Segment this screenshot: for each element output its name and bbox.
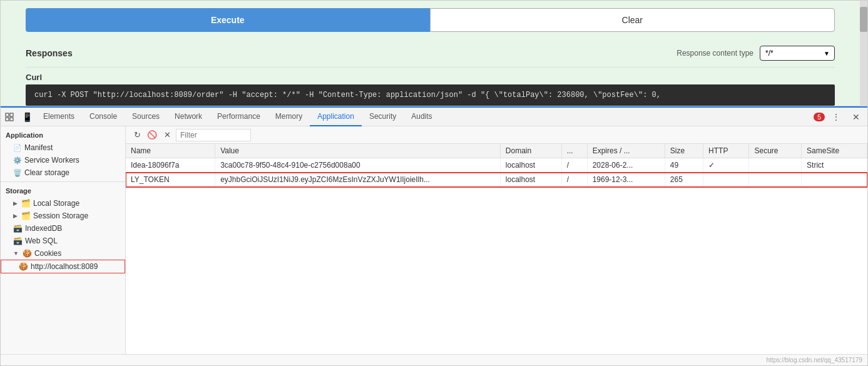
response-content-type-select[interactable]: */* <box>760 46 835 61</box>
col-name: Name <box>126 144 215 158</box>
curl-value: curl -X POST "http://localhost:8089/orde… <box>26 84 835 106</box>
clear-storage-icon: 🗑️ <box>13 169 22 177</box>
more-options-icon[interactable]: ⋮ <box>827 108 845 126</box>
sidebar-item-label: Clear storage <box>24 168 69 177</box>
col-value: Value <box>215 144 501 158</box>
col-samesite: SameSite <box>802 144 867 158</box>
cell-path: / <box>561 173 587 187</box>
sidebar-item-web-sql[interactable]: 🗃️ Web SQL <box>1 235 125 247</box>
tab-network[interactable]: Network <box>167 108 210 126</box>
tab-memory[interactable]: Memory <box>268 108 310 126</box>
sidebar-item-label: Local Storage <box>33 199 79 208</box>
table-row[interactable]: Idea-18096f7a 3ca00c78-9f50-48c4-910e-c2… <box>126 158 867 173</box>
expand-icon: ▶ <box>13 213 18 219</box>
sidebar-item-indexeddb[interactable]: 🗃️ IndexedDB <box>1 222 125 235</box>
sidebar-item-label: Session Storage <box>33 211 88 220</box>
cell-samesite: Strict <box>802 158 867 173</box>
execute-button[interactable]: Execute <box>26 8 430 32</box>
cell-http <box>703 173 749 187</box>
cell-path: / <box>561 158 587 173</box>
cell-secure <box>749 158 802 173</box>
cell-size: 265 <box>665 173 703 187</box>
sidebar-item-cookies[interactable]: ▼ 🍪 Cookies <box>1 247 125 260</box>
cell-expires: 1969-12-3... <box>587 173 665 187</box>
watermark-text: https://blog.csdn.net/qq_43517179 <box>767 357 862 363</box>
cookies-icon: 🍪 <box>23 249 32 258</box>
sidebar: Application 📄 Manifest ⚙️ Service Worker… <box>1 126 126 354</box>
cell-name: LY_TOKEN <box>126 173 215 187</box>
sidebar-item-cookies-localhost[interactable]: 🍪 http://localhost:8089 <box>1 260 125 273</box>
clear-cookies-button[interactable]: ✕ <box>161 129 173 141</box>
inspect-icon[interactable] <box>1 108 18 126</box>
service-workers-icon: ⚙️ <box>13 156 22 165</box>
tab-application[interactable]: Application <box>310 108 362 126</box>
expand-icon: ▼ <box>13 250 19 257</box>
col-secure: Secure <box>749 144 802 158</box>
responses-label: Responses <box>26 48 73 58</box>
device-toggle-icon[interactable]: 📱 <box>18 108 36 126</box>
cell-domain: localhost <box>500 173 561 187</box>
cell-domain: localhost <box>500 158 561 173</box>
expand-icon: ▶ <box>13 200 18 206</box>
sidebar-item-service-workers[interactable]: ⚙️ Service Workers <box>1 154 125 166</box>
col-expires: Expires / ... <box>587 144 665 158</box>
session-storage-icon: 🗂️ <box>21 211 31 220</box>
sidebar-item-label: Manifest <box>24 143 53 152</box>
web-sql-icon: 🗃️ <box>13 236 23 245</box>
col-size: Size <box>665 144 703 158</box>
cell-value: 3ca00c78-9f50-48c4-910e-c2756d008a00 <box>215 158 501 173</box>
table-row[interactable]: LY_TOKEN eyJhbGciOiJSUzI1NiJ9.eyJpZCI6Mz… <box>126 173 867 187</box>
sidebar-item-manifest[interactable]: 📄 Manifest <box>1 141 125 154</box>
local-storage-icon: 🗂️ <box>21 199 31 208</box>
sidebar-item-label: IndexedDB <box>25 224 62 233</box>
tabs-container: Elements Console Sources Network Perform… <box>36 108 440 126</box>
curl-label: Curl <box>26 73 835 82</box>
svg-rect-0 <box>6 113 9 116</box>
devtools-toolbar: 📱 Elements Console Sources Network Perfo… <box>1 108 867 126</box>
clear-api-button[interactable]: Clear <box>430 8 835 32</box>
cookie-table: Name Value Domain ... Expires / ... Size… <box>126 144 867 187</box>
svg-rect-3 <box>10 118 13 121</box>
cell-size: 49 <box>665 158 703 173</box>
cookies-url-icon: 🍪 <box>19 262 28 271</box>
sidebar-item-local-storage[interactable]: ▶ 🗂️ Local Storage <box>1 197 125 210</box>
tab-performance[interactable]: Performance <box>210 108 268 126</box>
sidebar-item-session-storage[interactable]: ▶ 🗂️ Session Storage <box>1 210 125 222</box>
col-http: HTTP <box>703 144 749 158</box>
error-badge: 5 <box>814 113 825 121</box>
sidebar-item-label: Web SQL <box>25 236 58 245</box>
response-content-type-label: Response content type <box>677 49 753 58</box>
sidebar-section-application: Application <box>1 129 125 141</box>
tab-security[interactable]: Security <box>362 108 404 126</box>
tab-elements[interactable]: Elements <box>36 108 82 126</box>
bottom-bar: https://blog.csdn.net/qq_43517179 <box>1 354 867 365</box>
sidebar-item-label: Cookies <box>34 249 61 258</box>
cookie-panel: ↻ 🚫 ✕ Name Value Domain ... Expires / ..… <box>126 126 867 354</box>
refresh-cookies-button[interactable]: ↻ <box>131 129 143 141</box>
cell-http: ✓ <box>703 158 749 173</box>
cell-name: Idea-18096f7a <box>126 158 215 173</box>
cookie-toolbar: ↻ 🚫 ✕ <box>126 126 867 144</box>
svg-rect-1 <box>6 118 9 121</box>
svg-rect-2 <box>10 113 13 116</box>
cell-expires: 2028-06-2... <box>587 158 665 173</box>
cookie-table-container: Name Value Domain ... Expires / ... Size… <box>126 144 867 354</box>
manifest-icon: 📄 <box>13 144 22 152</box>
sidebar-item-label: Service Workers <box>24 156 79 165</box>
tab-sources[interactable]: Sources <box>125 108 167 126</box>
col-path: ... <box>561 144 587 158</box>
indexeddb-icon: 🗃️ <box>13 224 23 233</box>
tab-audits[interactable]: Audits <box>404 108 439 126</box>
cookie-filter-input[interactable] <box>176 129 251 141</box>
close-devtools-icon[interactable]: ✕ <box>847 108 865 126</box>
tab-console[interactable]: Console <box>82 108 125 126</box>
sidebar-section-storage: Storage <box>1 185 125 197</box>
sidebar-item-clear-storage[interactable]: 🗑️ Clear storage <box>1 166 125 179</box>
sidebar-item-label: http://localhost:8089 <box>31 262 98 271</box>
cell-value: eyJhbGciOiJSUzI1NiJ9.eyJpZCI6MzEsInVzZXJ… <box>215 173 501 187</box>
col-domain: Domain <box>500 144 561 158</box>
cell-secure <box>749 173 802 187</box>
cell-samesite <box>802 173 867 187</box>
block-cookies-button[interactable]: 🚫 <box>146 129 158 141</box>
